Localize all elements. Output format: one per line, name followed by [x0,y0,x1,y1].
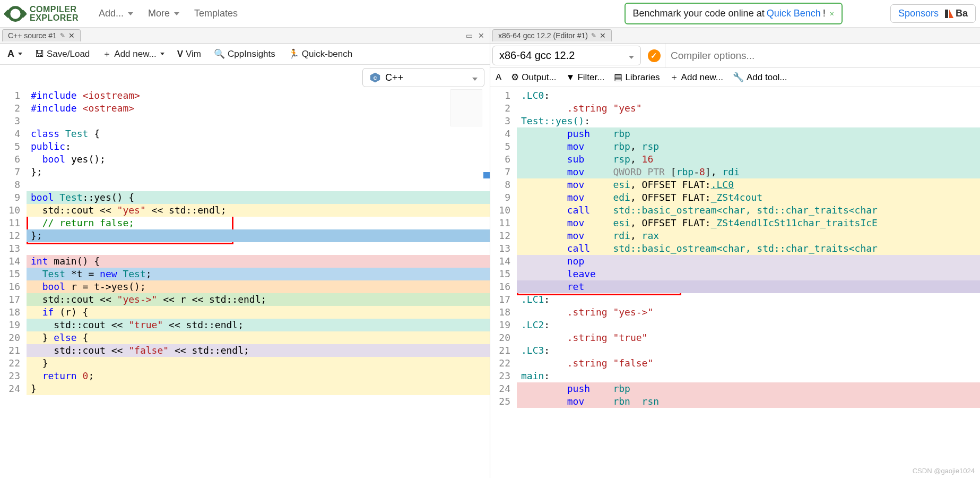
add-tool-button[interactable]: 🔧Add tool... [733,72,787,83]
cppinsights-button[interactable]: 🔍CppInsights [212,47,277,61]
chevron-down-icon [627,49,634,62]
asm-line[interactable]: mov rbn rsn [517,395,980,408]
asm-line[interactable]: mov esi, OFFSET FLAT:.LC0 [517,178,980,191]
font-menu[interactable]: A [5,47,24,61]
asm-line[interactable]: .LC2: [517,319,980,331]
asm-line[interactable]: .string "yes" [517,102,980,115]
source-editor[interactable]: 123456789101112131415161718192021222324 … [0,87,490,478]
promo-link[interactable]: Quick Bench [767,8,821,19]
menu-add[interactable]: Add... [91,5,141,22]
scroll-indicator [483,172,490,178]
code-line[interactable]: #include <iostream> [27,89,490,102]
language-label: C++ [385,72,403,83]
maximize-icon[interactable]: ▭ [466,31,473,40]
top-bar: COMPILER EXPLORER Add... More Templates … [0,0,980,28]
asm-line[interactable]: .string "yes->" [517,306,980,319]
compiler-options-input[interactable] [665,44,980,67]
asm-line[interactable]: .LC1: [517,293,980,306]
asm-line[interactable]: .LC0: [517,89,980,102]
add-new-button[interactable]: ＋Add new... [100,47,166,61]
asm-line[interactable]: call std::basic_ostream<char, std::char_… [517,204,980,217]
code-line[interactable]: } [27,357,490,370]
asm-line[interactable]: call std::basic_ostream<char, std::char_… [517,242,980,255]
menu-templates[interactable]: Templates [187,5,245,22]
code-line[interactable]: } else { [27,331,490,344]
code-line[interactable]: } [27,382,490,395]
asm-code-area[interactable]: .LC0: .string "yes"Test::yes(): push rbp… [517,87,980,478]
brand-logo[interactable]: COMPILER EXPLORER [4,3,79,25]
code-line[interactable]: }; [27,229,490,242]
runner-icon: 🏃 [288,48,299,59]
vim-icon: V [177,49,183,59]
asm-line[interactable]: main: [517,370,980,382]
tab-cpp-source-1[interactable]: C++ source #1 ✎ ✕ [2,29,81,41]
asm-line[interactable]: mov edi, OFFSET FLAT:_ZSt4cout [517,191,980,204]
code-line[interactable]: // return false; [27,217,490,229]
code-line[interactable] [27,178,490,191]
source-tabstrip: C++ source #1 ✎ ✕ ▭ ✕ [0,28,490,44]
asm-line[interactable]: Test::yes(): [517,115,980,127]
asm-line[interactable]: ret [517,280,980,293]
asm-editor[interactable]: 1234567891011121314151617181920212223242… [490,87,980,478]
code-line[interactable]: public: [27,140,490,153]
code-line[interactable]: std::cout << "yes" << std::endl; [27,204,490,217]
asm-line[interactable]: mov esi, OFFSET FLAT:_ZSt4endlIcSt11char… [517,217,980,229]
quickbench-button[interactable]: 🏃Quick-bench [286,47,354,61]
book-icon: ▤ [614,72,622,83]
asm-line[interactable]: mov rbp, rsp [517,140,980,153]
asm-line[interactable]: mov rdi, rax [517,229,980,242]
compile-status[interactable]: ✓ [643,44,665,67]
pencil-icon[interactable]: ✎ [60,32,65,39]
output-menu[interactable]: ⚙Output... [511,72,556,83]
asm-line[interactable]: mov QWORD PTR [rbp-8], rdi [517,166,980,178]
asm-line[interactable]: push rbp [517,127,980,140]
compiler-select-row: x86-64 gcc 12.2 ✓ [490,44,980,68]
main-panes: C++ source #1 ✎ ✕ ▭ ✕ A 🖫Save/Load ＋Add … [0,28,980,478]
code-line[interactable]: Test *t = new Test; [27,268,490,280]
sponsors-button[interactable]: Sponsors Ba [890,4,976,23]
pencil-icon[interactable]: ✎ [591,32,596,39]
compiler-select[interactable]: x86-64 gcc 12.2 [492,46,641,65]
asm-line[interactable]: sub rsp, 16 [517,153,980,166]
save-load-button[interactable]: 🖫Save/Load [33,48,92,61]
code-line[interactable]: std::cout << "false" << std::endl; [27,344,490,357]
close-icon[interactable]: ✕ [600,31,606,40]
tab-compiler[interactable]: x86-64 gcc 12.2 (Editor #1) ✎ ✕ [492,29,612,41]
filter-menu[interactable]: ▼Filter... [566,72,605,83]
source-code-area[interactable]: #include <iostream>#include <ostream>cla… [27,87,490,478]
menu-more[interactable]: More [141,5,187,22]
code-line[interactable]: bool yes(); [27,153,490,166]
code-line[interactable]: bool r = t->yes(); [27,280,490,293]
close-icon[interactable]: ✕ [68,31,75,40]
code-line[interactable] [27,115,490,127]
tab-title: x86-64 gcc 12.2 (Editor #1) [498,31,588,40]
close-pane-icon[interactable]: ✕ [478,31,484,40]
code-line[interactable]: #include <ostream> [27,102,490,115]
libraries-button[interactable]: ▤Libraries [614,72,660,83]
code-line[interactable]: std::cout << "true" << std::endl; [27,319,490,331]
asm-line[interactable]: .string "false" [517,357,980,370]
code-line[interactable]: if (r) { [27,306,490,319]
asm-line[interactable]: push rbp [517,382,980,395]
code-line[interactable]: class Test { [27,127,490,140]
code-line[interactable]: int main() { [27,255,490,268]
plus-icon: ＋ [102,48,111,60]
promo-close-icon[interactable]: × [830,10,834,18]
gear-arrows-icon [4,3,27,25]
check-icon: ✓ [648,49,661,62]
vim-button[interactable]: VVim [175,48,203,61]
add-new-button[interactable]: ＋Add new... [670,71,723,83]
asm-line[interactable]: .string "true" [517,331,980,344]
asm-line[interactable]: leave [517,268,980,280]
compiler-pane: x86-64 gcc 12.2 (Editor #1) ✎ ✕ x86-64 g… [490,28,980,478]
language-select[interactable]: C C++ [362,68,484,87]
asm-line[interactable]: nop [517,255,980,268]
font-menu[interactable]: A [496,72,501,83]
code-line[interactable]: bool Test::yes() { [27,191,490,204]
minimap[interactable] [450,89,482,126]
asm-line[interactable]: .LC3: [517,344,980,357]
code-line[interactable]: std::cout << "yes->" << r << std::endl; [27,293,490,306]
code-line[interactable]: return 0; [27,370,490,382]
code-line[interactable] [27,242,490,255]
code-line[interactable]: }; [27,166,490,178]
